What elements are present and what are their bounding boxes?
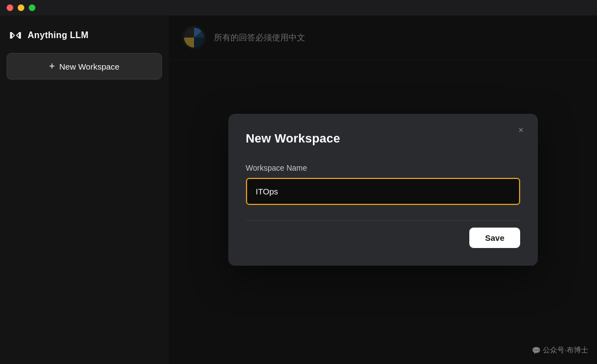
plus-icon: + xyxy=(49,61,55,71)
close-button[interactable] xyxy=(7,4,13,11)
modal-title: New Workspace xyxy=(246,131,520,146)
title-bar xyxy=(0,0,597,15)
modal-close-button[interactable]: × xyxy=(514,123,529,138)
modal-overlay: × New Workspace Workspace Name Save xyxy=(169,15,597,364)
maximize-button[interactable] xyxy=(29,4,35,11)
minimize-button[interactable] xyxy=(18,4,24,11)
workspace-name-input[interactable] xyxy=(246,178,520,205)
modal-dialog: × New Workspace Workspace Name Save xyxy=(228,114,538,266)
workspace-name-label: Workspace Name xyxy=(246,163,520,172)
new-workspace-label: New Workspace xyxy=(59,62,119,71)
workspace-name-group: Workspace Name xyxy=(246,163,520,205)
new-workspace-button[interactable]: + New Workspace xyxy=(7,53,162,80)
app-name: Anything LLM xyxy=(28,30,88,40)
save-button[interactable]: Save xyxy=(469,228,520,248)
wechat-icon: 💬 xyxy=(532,346,541,355)
watermark: 💬 公众号·布博士 xyxy=(532,345,588,355)
watermark-text: 公众号·布博士 xyxy=(543,345,588,355)
logo-area: Anything LLM xyxy=(7,24,162,53)
logo-icon xyxy=(9,29,22,42)
main-content: 所有的回答必须使用中文 × New Workspace Workspace Na… xyxy=(169,15,597,364)
app-container: Anything LLM + New Workspace 所有的回答必须 xyxy=(0,0,597,364)
sidebar: Anything LLM + New Workspace xyxy=(0,15,169,364)
modal-footer: Save xyxy=(246,220,520,248)
